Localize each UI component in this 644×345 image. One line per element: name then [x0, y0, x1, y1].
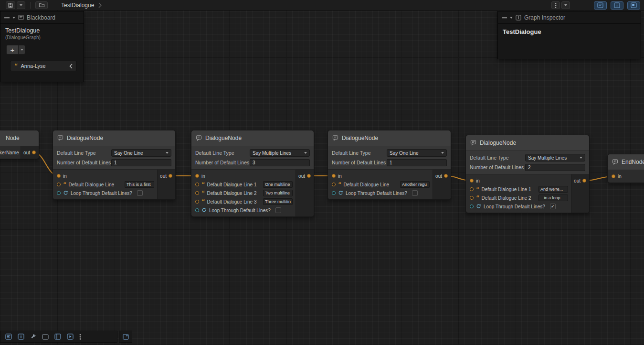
dialogue-node-3[interactable]: DialogueNode Default Line Type Say One L… [327, 130, 451, 200]
dialogue-node-2[interactable]: DialogueNode Default Line Type Say Multi… [191, 130, 314, 217]
dialogue-line-field[interactable]: ...in a loop [538, 194, 568, 201]
port-dialogue-line-3[interactable]: “ Default Dialogue Line 3 Three multilin [191, 197, 296, 206]
dialogue-line-field[interactable]: And we're... [538, 186, 568, 193]
port-in[interactable]: in [53, 172, 157, 180]
bottom-overflow-menu-button[interactable] [79, 334, 81, 340]
dialogue-line-field[interactable]: One multiline [263, 181, 293, 188]
port-out[interactable]: out [571, 176, 589, 185]
drag-handle-icon[interactable] [502, 15, 507, 20]
loop-checkbox[interactable] [412, 190, 418, 196]
line-port-dot[interactable] [195, 191, 199, 195]
line-port-dot[interactable] [470, 187, 474, 191]
port-out[interactable]: out [21, 148, 39, 157]
loop-port-dot[interactable] [57, 191, 61, 195]
line-type-dropdown[interactable]: Say One Line [111, 149, 171, 157]
port-loop[interactable]: Loop Through Default Lines? [191, 206, 296, 215]
dialogue-line-field[interactable]: Three multilin [263, 198, 293, 205]
port-in[interactable]: in [191, 172, 296, 180]
loop-checkbox-checked[interactable]: ✓ [550, 204, 556, 209]
in-port-dot[interactable] [612, 174, 615, 178]
line-port-dot[interactable] [57, 183, 61, 186]
node-title-bar[interactable]: EndNode [608, 154, 644, 170]
out-port-dot[interactable] [444, 174, 448, 178]
save-button[interactable] [6, 1, 15, 9]
out-port-dot[interactable] [582, 179, 586, 183]
port-loop[interactable]: Loop Through Default Lines? [328, 189, 433, 197]
loop-port-dot[interactable] [470, 205, 474, 208]
node-title-bar[interactable]: DialogueNode [53, 130, 175, 146]
loop-checkbox[interactable] [275, 207, 281, 213]
port-loop[interactable]: Loop Through Default Lines? [53, 189, 157, 197]
port-dialogue-line[interactable]: “ Default Dialogue Line Another regu [328, 180, 433, 189]
line-type-dropdown[interactable]: Say Multiple Lines [250, 149, 310, 157]
num-lines-field[interactable]: 1 [111, 159, 171, 166]
board-button[interactable] [54, 334, 61, 340]
dialogue-line-field[interactable]: Two multiline [263, 190, 293, 196]
port-dialogue-line[interactable]: “ Default Dialogue Line This is a first [53, 180, 157, 189]
loop-checkbox[interactable] [137, 190, 143, 196]
toggle-inspector-button[interactable] [611, 1, 623, 10]
line-type-dropdown[interactable]: Say One Line [387, 149, 447, 157]
tools-button[interactable] [30, 334, 36, 340]
port-in[interactable]: in [328, 172, 433, 180]
node-title-bar[interactable]: DialogueNode [191, 130, 314, 146]
save-options-button[interactable] [17, 1, 25, 9]
port-out[interactable]: out [158, 172, 175, 180]
port-in[interactable]: in [608, 172, 644, 181]
port-out[interactable]: out [296, 172, 314, 180]
loop-port-dot[interactable] [332, 191, 336, 195]
dialogue-line-field[interactable]: This is a first [125, 181, 154, 188]
port-dialogue-line-2[interactable]: “ Default Dialogue Line 2 Two multiline [191, 189, 296, 197]
end-node[interactable]: EndNode in [607, 154, 644, 183]
line-port-dot[interactable] [332, 183, 336, 186]
open-asset-button[interactable] [35, 1, 48, 9]
add-variable-options-button[interactable] [19, 45, 25, 54]
line-type-dropdown[interactable]: Say Multiple Lines [525, 154, 585, 162]
out-port-dot[interactable] [307, 174, 311, 178]
node-title-bar[interactable]: DialogueNode [328, 130, 451, 146]
line-port-dot[interactable] [195, 200, 199, 204]
port-dialogue-line-2[interactable]: “ Default Dialogue Line 2 ...in a loop [466, 194, 571, 202]
dialogue-node-1[interactable]: DialogueNode Default Line Type Say One L… [53, 130, 176, 200]
collapse-arrow-icon[interactable] [12, 17, 15, 19]
toggle-blackboard-button[interactable] [594, 1, 607, 10]
blackboard-header[interactable]: Blackboard [0, 11, 84, 24]
num-lines-field[interactable]: 3 [250, 159, 310, 166]
node-title-bar[interactable]: Node [0, 130, 39, 146]
line-port-dot[interactable] [195, 183, 199, 186]
speaker-node-partial[interactable]: Node kerName out [0, 130, 39, 159]
out-port-dot[interactable] [169, 174, 172, 178]
num-lines-field[interactable]: 2 [525, 164, 585, 171]
port-out[interactable]: out [433, 172, 451, 180]
inspector-view-button[interactable] [18, 334, 24, 340]
drag-handle-icon[interactable] [4, 15, 10, 20]
frame-button[interactable] [42, 334, 49, 340]
port-dialogue-line-1[interactable]: “ Default Dialogue Line 1 And we're... [466, 185, 571, 194]
in-port-dot[interactable] [195, 174, 199, 178]
in-port-dot[interactable] [57, 174, 61, 178]
port-in[interactable]: in [466, 176, 571, 185]
in-port-dot[interactable] [332, 174, 336, 178]
port-dialogue-line-1[interactable]: “ Default Dialogue Line 1 One multiline [191, 180, 296, 189]
node-title-bar[interactable]: DialogueNode [466, 135, 589, 151]
graph-inspector-header[interactable]: Graph Inspector [498, 11, 641, 24]
fullscreen-button[interactable] [123, 334, 129, 340]
add-variable-button[interactable]: + [6, 45, 19, 54]
chevron-left-icon[interactable] [69, 64, 73, 69]
blackboard-field-anna-lyse[interactable]: “ Anna-Lyse [10, 61, 77, 71]
overflow-menu-arrow-button[interactable] [561, 1, 570, 9]
num-lines-field[interactable]: 1 [387, 159, 447, 166]
collapse-arrow-icon[interactable] [510, 17, 513, 19]
preview-button[interactable] [67, 334, 74, 340]
blackboard-view-button[interactable] [5, 334, 12, 340]
in-port-dot[interactable] [470, 179, 474, 183]
dialogue-line-field[interactable]: Another regu [400, 181, 430, 188]
port-loop[interactable]: Loop Through Default Lines? ✓ [466, 202, 571, 211]
toggle-minimap-button[interactable] [627, 1, 640, 10]
overflow-menu-button[interactable] [551, 1, 560, 9]
line-port-dot[interactable] [470, 196, 474, 200]
dialogue-node-4[interactable]: DialogueNode Default Line Type Say Multi… [465, 135, 590, 213]
out-port-dot[interactable] [32, 151, 36, 154]
loop-port-dot[interactable] [195, 208, 199, 212]
breadcrumb[interactable]: TestDialogue [61, 0, 102, 11]
